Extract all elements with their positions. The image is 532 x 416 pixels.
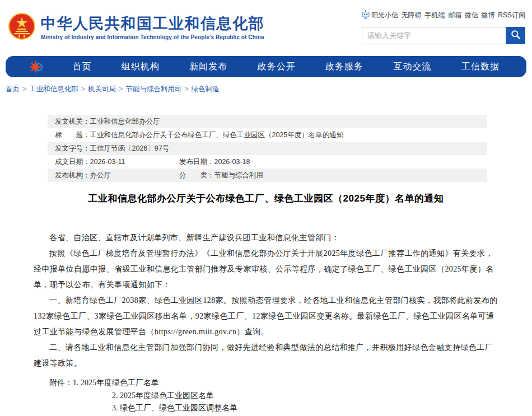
meta-label: 成文日期：	[55, 155, 90, 169]
meta-value: 2026-03-18	[214, 155, 250, 169]
quick-link-rss[interactable]: RSS订阅	[498, 11, 525, 20]
meta-label: 发布日期：	[179, 155, 214, 169]
breadcrumb-departments[interactable]: 机关司局	[88, 85, 116, 93]
breadcrumb-separator: >	[22, 85, 26, 93]
quick-link-wechat[interactable]: 微信	[465, 11, 478, 20]
site-logo[interactable]: 中华人民共和国工业和信息化部 Ministry of Industry and …	[8, 11, 264, 44]
meta-label: 标 题：	[55, 128, 90, 142]
article-paragraph-item-2: 二、请各地工业和信息化主管部门加强部门协同，做好先进经验和典型做法的总结和推广，…	[34, 340, 498, 371]
document-content: 发文机关：工业和信息化部办公厅 标 题：工业和信息化部办公厅关于公布绿色工厂、绿…	[34, 115, 498, 416]
quick-link-email[interactable]: 邮箱	[448, 11, 461, 20]
site-title-english: Ministry of Industry and Information Tec…	[41, 34, 264, 40]
article-paragraph-intro: 按照《绿色工厂梯度培育及管理暂行办法》《工业和信息化部办公厅关于开展2025年度…	[34, 246, 498, 293]
page-title: 工业和信息化部办公厅关于公布绿色工厂、绿色工业园区（2025年度）名单的通知	[34, 192, 498, 205]
breadcrumb-energy-conservation-dept[interactable]: 节能与综合利用司	[125, 85, 181, 93]
article-paragraph-salutation: 各省、自治区、直辖市及计划单列市、新疆生产建设兵团工业和信息化主管部门：	[34, 230, 498, 246]
breadcrumb: 首页>工业和信息化部>机关司局>节能与综合利用司>绿色制造	[6, 85, 532, 94]
header-right: 阳光小信 无障碍 手机端 邮箱 微信 微博 RSS订阅	[362, 10, 525, 44]
miit-gear-logo-icon	[29, 60, 43, 73]
nav-item-interaction[interactable]: 互动交流	[394, 61, 432, 73]
quick-link-yangguang-xiaoxin[interactable]: 阳光小信	[371, 11, 398, 20]
meta-value: 工业和信息化部办公厅	[90, 115, 160, 128]
search-icon	[511, 30, 521, 41]
national-emblem-icon	[8, 11, 36, 44]
meta-value: 办公厅	[90, 169, 111, 182]
document-meta-table: 发文机关：工业和信息化部办公厅 标 题：工业和信息化部办公厅关于公布绿色工厂、绿…	[48, 115, 487, 182]
meta-value: 节能与综合利用	[214, 169, 264, 182]
meta-row-publisher-category: 发布机构：办公厅 分 类：节能与综合利用	[48, 169, 487, 182]
breadcrumb-separator: >	[81, 85, 85, 93]
meta-label: 分 类：	[179, 169, 214, 182]
quick-link-mobile[interactable]: 手机端	[424, 11, 445, 20]
search-button[interactable]	[506, 27, 525, 44]
meta-row-title: 标 题：工业和信息化部办公厅关于公布绿色工厂、绿色工业园区（2025年度）名单的…	[48, 128, 487, 142]
nav-item-organization[interactable]: 组织机构	[122, 61, 160, 73]
search-input[interactable]	[362, 27, 506, 44]
meta-row-dates: 成文日期：2026-03-11 发布日期：2026-03-18	[48, 155, 487, 169]
quick-link-accessibility[interactable]: 无障碍	[402, 11, 422, 20]
meta-value: 2026-03-11	[90, 155, 125, 169]
breadcrumb-separator: >	[184, 85, 188, 93]
attachment-link-3[interactable]: 3. 绿色工厂、绿色工业园区调整名单	[34, 402, 498, 415]
main-navbar: 首页 组织机构 新闻发布 政务公开 政务服务 互动交流 工信数据	[6, 56, 526, 77]
attachment-link-2[interactable]: 2. 2025年度绿色工业园区名单	[34, 390, 498, 403]
breadcrumb-home[interactable]: 首页	[6, 85, 20, 93]
quick-link-weibo[interactable]: 微博	[482, 11, 495, 20]
nav-item-home[interactable]: 首页	[72, 61, 91, 73]
nav-item-gov-disclosure[interactable]: 政务公开	[258, 61, 296, 73]
nav-item-miit-data[interactable]: 工信数据	[461, 61, 500, 73]
breadcrumb-separator: >	[119, 85, 123, 93]
meta-row-document-number: 发文字号：工信厅节函〔2026〕97号	[48, 142, 487, 155]
meta-value: 工业和信息化部办公厅关于公布绿色工厂、绿色工业园区（2025年度）名单的通知	[90, 128, 344, 142]
attachments-section: 附件：1. 2025年度绿色工厂名单 2. 2025年度绿色工业园区名单 3. …	[34, 377, 498, 415]
meta-label: 发文机关：	[55, 115, 90, 128]
quick-links: 阳光小信 无障碍 手机端 邮箱 微信 微博 RSS订阅	[362, 10, 525, 21]
robot-icon	[362, 10, 370, 21]
attachments-label: 附件：	[49, 378, 73, 387]
site-title: 中华人民共和国工业和信息化部	[41, 15, 264, 32]
nav-item-news[interactable]: 新闻发布	[189, 61, 227, 73]
breadcrumb-miit[interactable]: 工业和信息化部	[29, 85, 78, 93]
article-body: 各省、自治区、直辖市及计划单列市、新疆生产建设兵团工业和信息化主管部门： 按照《…	[34, 230, 498, 371]
search-bar	[362, 27, 525, 44]
meta-label: 发布机构：	[55, 169, 90, 182]
meta-row-issuing-authority: 发文机关：工业和信息化部办公厅	[48, 115, 487, 128]
meta-label: 发文字号：	[55, 142, 90, 155]
nav-item-gov-services[interactable]: 政务服务	[325, 61, 363, 73]
meta-value: 工信厅节函〔2026〕97号	[90, 142, 170, 155]
breadcrumb-green-manufacturing[interactable]: 绿色制造	[192, 85, 220, 93]
attachment-link-1[interactable]: 1. 2025年度绿色工厂名单	[73, 378, 159, 387]
site-header: 中华人民共和国工业和信息化部 Ministry of Industry and …	[0, 0, 532, 54]
article-paragraph-item-1: 一、新培育绿色工厂2038家、绿色工业园区128家。按照动态管理要求，经各地工业…	[34, 293, 498, 340]
